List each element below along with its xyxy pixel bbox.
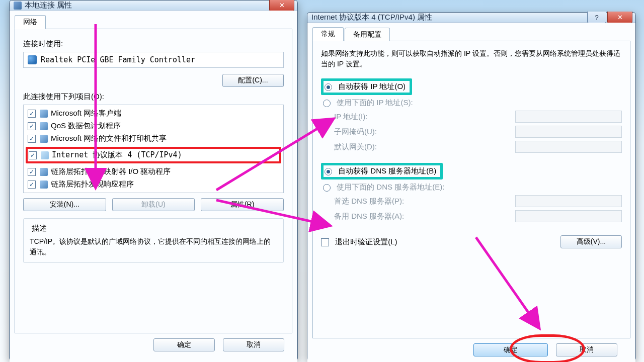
- pref-dns-label: 首选 DNS 服务器(P):: [334, 197, 515, 206]
- manual-ip-label: 使用下面的 IP 地址(S):: [337, 98, 413, 107]
- list-item: Microsoft 网络的文件和打印机共享: [27, 132, 280, 145]
- validate-label: 退出时验证设置(L): [335, 237, 397, 246]
- local-connection-properties-window: 本地连接 属性 ✕ 网络 连接时使用: Realtek PCIe GBE Fam…: [9, 0, 298, 361]
- lltd-icon: [40, 168, 48, 176]
- properties-button[interactable]: 属性(R): [201, 198, 284, 211]
- list-item-ipv4: Internet 协议版本 4 (TCP/IPv4): [26, 147, 281, 163]
- tab-general[interactable]: 常规: [312, 27, 344, 41]
- alt-dns-label: 备用 DNS 服务器(A):: [334, 212, 515, 221]
- manual-dns-label: 使用下面的 DNS 服务器地址(E):: [337, 183, 444, 191]
- install-button[interactable]: 安装(N)...: [23, 198, 106, 211]
- auto-dns-label: 自动获得 DNS 服务器地址(B): [338, 166, 436, 175]
- lltd-icon: [40, 180, 48, 189]
- tab-alternate[interactable]: 备用配置: [345, 28, 390, 41]
- ip-address-label: IP 地址(I):: [334, 112, 515, 122]
- ok-button[interactable]: 确定: [473, 343, 548, 356]
- intro-text: 如果网络支持此功能，则可以获取自动指派的 IP 设置。否则，您需要从网络系统管理…: [321, 48, 622, 69]
- checkbox[interactable]: [28, 110, 36, 118]
- tab-network[interactable]: 网络: [15, 15, 46, 29]
- checkbox[interactable]: [28, 168, 36, 176]
- adapter-box: Realtek PCIe GBE Family Controller: [23, 52, 284, 68]
- uses-items-label: 此连接使用下列项目(O):: [23, 92, 284, 102]
- configure-button[interactable]: 配置(C)...: [222, 74, 284, 87]
- checkbox[interactable]: [28, 135, 36, 143]
- network-icon: [14, 2, 22, 10]
- qos-icon: [40, 122, 48, 130]
- advanced-button[interactable]: 高级(V)...: [560, 235, 622, 248]
- description-label: 描述: [30, 224, 49, 233]
- titlebar[interactable]: 本地连接 属性: [10, 1, 297, 11]
- connect-using-label: 连接时使用:: [23, 39, 284, 49]
- description-text: TCP/IP。该协议是默认的广域网络协议，它提供在不同的相互连接的网络上的通讯。: [30, 236, 277, 257]
- validate-checkbox[interactable]: [321, 238, 329, 246]
- ip-address-field: [515, 111, 622, 123]
- adapter-name: Realtek PCIe GBE Family Controller: [41, 55, 195, 64]
- checkbox[interactable]: [28, 180, 36, 189]
- share-icon: [40, 135, 48, 143]
- list-item: Microsoft 网络客户端: [27, 107, 280, 120]
- ok-button[interactable]: 确定: [153, 338, 215, 351]
- ipv4-properties-window: Internet 协议版本 4 (TCP/IPv4) 属性 ? ✕ 常规 备用配…: [307, 12, 636, 361]
- items-listbox[interactable]: Microsoft 网络客户端 QoS 数据包计划程序 Microsoft 网络…: [23, 105, 284, 193]
- auto-dns-highlight: 自动获得 DNS 服务器地址(B): [321, 163, 443, 179]
- auto-ip-highlight: 自动获得 IP 地址(O): [321, 78, 412, 95]
- tabstrip: 常规 备用配置: [312, 27, 630, 41]
- checkbox[interactable]: [29, 151, 37, 159]
- checkbox[interactable]: [28, 122, 36, 130]
- list-item: 链路层拓扑发现映射器 I/O 驱动程序: [27, 165, 280, 178]
- close-button[interactable]: ✕: [607, 12, 632, 23]
- auto-ip-label: 自动获得 IP 地址(O): [338, 82, 406, 90]
- subnet-label: 子网掩码(U):: [334, 127, 515, 137]
- radio-auto-ip[interactable]: [325, 83, 332, 91]
- window-title: Internet 协议版本 4 (TCP/IPv4) 属性: [311, 13, 432, 22]
- uninstall-button: 卸载(U): [112, 198, 195, 211]
- cancel-button[interactable]: 取消: [223, 338, 284, 351]
- adapter-icon: [28, 55, 37, 64]
- help-button[interactable]: ?: [587, 12, 606, 23]
- gateway-label: 默认网关(D):: [334, 142, 515, 152]
- close-button[interactable]: ✕: [269, 0, 294, 11]
- gateway-field: [515, 141, 622, 153]
- radio-auto-dns[interactable]: [325, 168, 332, 175]
- subnet-field: [515, 126, 622, 138]
- tabstrip: 网络: [15, 15, 292, 29]
- alt-dns-field: [515, 210, 622, 222]
- list-item: 链路层拓扑发现响应程序: [27, 178, 280, 191]
- radio-manual-ip[interactable]: [323, 100, 331, 107]
- protocol-icon: [41, 151, 49, 159]
- list-item: QoS 数据包计划程序: [27, 120, 280, 132]
- pref-dns-field: [515, 195, 622, 207]
- cancel-button[interactable]: 取消: [556, 343, 617, 356]
- radio-manual-dns[interactable]: [323, 184, 331, 192]
- client-icon: [40, 110, 48, 118]
- window-title: 本地连接 属性: [25, 1, 72, 10]
